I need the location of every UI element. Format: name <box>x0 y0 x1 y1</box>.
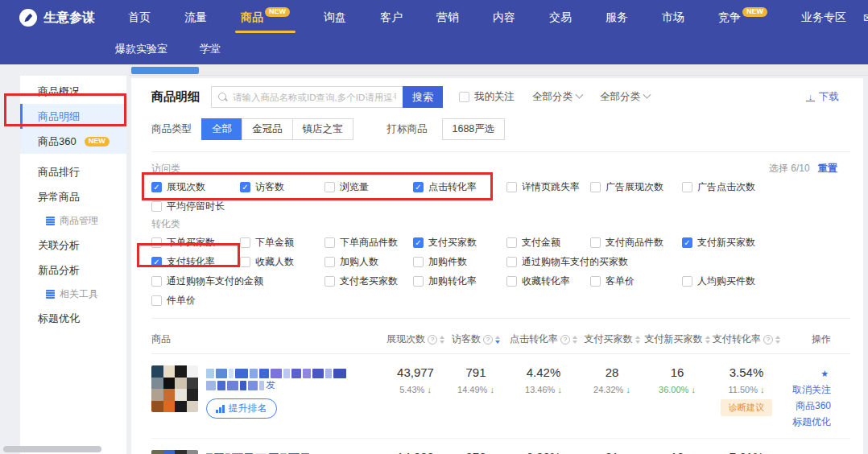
checkbox-icon[interactable] <box>506 182 517 192</box>
subnav-item-academy[interactable]: 学堂 <box>200 42 221 56</box>
filter-checkbox-avg-stay-duration[interactable]: 平均停留时长 <box>151 200 240 213</box>
sidebar-tool-product-management[interactable]: 商品管理 <box>20 209 126 233</box>
column-header-click-cvr[interactable]: 点击转化率? <box>507 332 580 346</box>
product-title-redacted-line[interactable] <box>206 367 346 379</box>
type-option-all[interactable]: 全部 <box>201 118 242 140</box>
sidebar-item-title-optimization[interactable]: 标题优化 <box>20 306 126 331</box>
checkbox-icon[interactable] <box>590 276 601 287</box>
checkbox-icon[interactable] <box>240 237 250 248</box>
checkbox-icon[interactable] <box>324 257 335 267</box>
type-option-shop-treasure[interactable]: 镇店之宝 <box>292 118 353 140</box>
filter-checkbox-impressions[interactable]: ✓展现次数 <box>151 180 240 193</box>
filter-checkbox-order-amount[interactable]: 下单金额 <box>240 236 324 249</box>
filter-checkbox-order-items[interactable]: 下单商品件数 <box>324 236 413 249</box>
filter-checkbox-favorite-conversion-rate[interactable]: 收藏转化率 <box>506 274 590 287</box>
sort-control[interactable] <box>572 336 577 344</box>
filter-checkbox-order-buyers[interactable]: 下单买家数 <box>151 236 240 249</box>
sidebar-item-abnormal-product[interactable]: 异常商品 <box>20 184 126 209</box>
checkbox-icon[interactable] <box>413 276 424 287</box>
column-header-pay-new-buyers[interactable]: 支付新买家数 <box>644 332 710 346</box>
checkbox-icon[interactable] <box>151 201 162 212</box>
product-title-redacted-line[interactable]: 发 <box>206 379 346 391</box>
nav-item-market[interactable]: 市场 <box>645 0 701 35</box>
nav-item-content[interactable]: 内容 <box>476 0 532 35</box>
checkbox-icon[interactable] <box>506 237 517 248</box>
checkbox-icon[interactable] <box>506 257 517 267</box>
sidebar-item-association-analysis[interactable]: 关联分析 <box>20 233 126 258</box>
checkbox-checked-icon[interactable]: ✓ <box>240 182 250 192</box>
nav-item-competition[interactable]: 竞争NEW <box>701 0 784 35</box>
scrollbar-thumb[interactable] <box>131 67 199 74</box>
checkbox-icon[interactable] <box>324 237 335 248</box>
checkbox-icon[interactable] <box>151 295 162 306</box>
help-icon[interactable]: ? <box>560 335 570 345</box>
nav-item-marketing[interactable]: 营销 <box>420 0 476 35</box>
column-header-pay-buyers[interactable]: 支付买家数 <box>580 332 644 346</box>
filter-checkbox-pay-old-buyers[interactable]: 支付老买家数 <box>324 274 413 287</box>
checkbox-icon[interactable] <box>151 237 162 248</box>
brand[interactable]: 生意参谋 <box>19 9 95 27</box>
search-input[interactable] <box>233 93 396 102</box>
action-unfollow[interactable]: 取消关注 <box>792 384 831 395</box>
filter-checkbox-item-unit-price[interactable]: 件单价 <box>151 294 240 307</box>
filter-checkbox-cart-pay-amount[interactable]: 通过购物车支付的金额 <box>151 274 324 287</box>
checkbox-checked-icon[interactable]: ✓ <box>151 257 162 267</box>
nav-item-business-zone[interactable]: 业务专区 <box>784 0 863 35</box>
checkbox-icon[interactable] <box>413 257 424 267</box>
sort-control[interactable] <box>705 336 710 344</box>
filter-checkbox-click-conversion-rate[interactable]: ✓点击转化率 <box>413 180 506 193</box>
product-thumbnail[interactable] <box>151 450 198 454</box>
checkbox-icon[interactable] <box>682 182 692 192</box>
filter-checkbox-ad-impressions[interactable]: 广告展现次数 <box>590 180 682 193</box>
checkbox-checked-icon[interactable]: ✓ <box>682 237 692 248</box>
checkbox-checked-icon[interactable]: ✓ <box>413 182 424 192</box>
column-header-visitors[interactable]: 访客数? <box>444 332 507 346</box>
checkbox-icon[interactable] <box>682 276 692 287</box>
column-header-pay-cvr[interactable]: 支付转化率? <box>710 332 783 346</box>
sidebar-item-product-ranking[interactable]: 商品排行 <box>20 159 126 184</box>
boost-ranking-button[interactable]: 提升排名 <box>206 398 277 419</box>
page-horizontal-scrollbar[interactable] <box>3 446 101 452</box>
sidebar-item-new-product-analysis[interactable]: 新品分析 <box>20 258 126 283</box>
checkbox-checked-icon[interactable]: ✓ <box>151 182 162 192</box>
nav-item-service[interactable]: 服务 <box>589 0 645 35</box>
filter-checkbox-per-capita-items[interactable]: 人均购买件数 <box>682 274 850 287</box>
help-icon[interactable]: ? <box>763 335 773 345</box>
nav-item-trade[interactable]: 交易 <box>532 0 589 35</box>
sidebar-item-product-detail[interactable]: 商品明细 <box>20 104 126 129</box>
checkbox-icon[interactable] <box>240 257 250 267</box>
filter-checkbox-cart-conversion-rate[interactable]: 加购转化率 <box>413 274 506 287</box>
filter-checkbox-pay-amount[interactable]: 支付金额 <box>506 236 590 249</box>
reset-button[interactable]: 重置 <box>818 163 837 174</box>
checkbox-icon[interactable] <box>324 276 335 287</box>
filter-checkbox-visitors[interactable]: ✓访客数 <box>240 180 324 193</box>
nav-item-traffic[interactable]: 流量 <box>167 0 224 35</box>
nav-item-inquiry[interactable]: 询盘 <box>307 0 363 35</box>
content-horizontal-scrollbar[interactable] <box>129 65 868 76</box>
category-dropdown-1[interactable]: 全部分类 <box>532 90 582 104</box>
filter-checkbox-per-customer-price[interactable]: 客单价 <box>590 274 682 287</box>
sidebar-item-product-360[interactable]: 商品360NEW <box>20 129 126 154</box>
product-thumbnail[interactable] <box>151 365 198 412</box>
checkbox-icon[interactable] <box>459 92 469 102</box>
sort-control[interactable] <box>775 336 780 344</box>
checkbox-icon[interactable] <box>151 276 162 287</box>
type-option-gold-crown[interactable]: 金冠品 <box>242 118 293 140</box>
sidebar-tool-related-tools[interactable]: 相关工具 <box>20 283 126 306</box>
filter-checkbox-favorite-users[interactable]: 收藏人数 <box>240 255 324 268</box>
sort-control[interactable] <box>635 336 640 344</box>
filter-checkbox-pay-buyers[interactable]: ✓支付买家数 <box>413 236 506 249</box>
subnav-item-hot-item-lab[interactable]: 爆款实验室 <box>115 42 167 56</box>
filter-checkbox-pay-new-buyers[interactable]: ✓支付新买家数 <box>682 236 850 249</box>
action-product-360[interactable]: 商品360 <box>796 400 831 411</box>
column-header-impressions[interactable]: 展现次数? <box>386 332 444 346</box>
checkbox-icon[interactable] <box>590 237 601 248</box>
filter-checkbox-pay-conversion-rate[interactable]: ✓支付转化率 <box>151 255 240 268</box>
messages-button[interactable]: ✉ 消息 <box>863 3 868 32</box>
checkbox-icon[interactable] <box>506 276 517 287</box>
filter-checkbox-pay-items[interactable]: 支付商品件数 <box>590 236 682 249</box>
filter-checkbox-detail-bounce-rate[interactable]: 详情页跳失率 <box>506 180 590 193</box>
checkbox-icon[interactable] <box>324 182 335 192</box>
sidebar-item-product-overview[interactable]: 商品概况 <box>20 79 126 104</box>
filter-checkbox-cart-add-users[interactable]: 加购人数 <box>324 255 413 268</box>
